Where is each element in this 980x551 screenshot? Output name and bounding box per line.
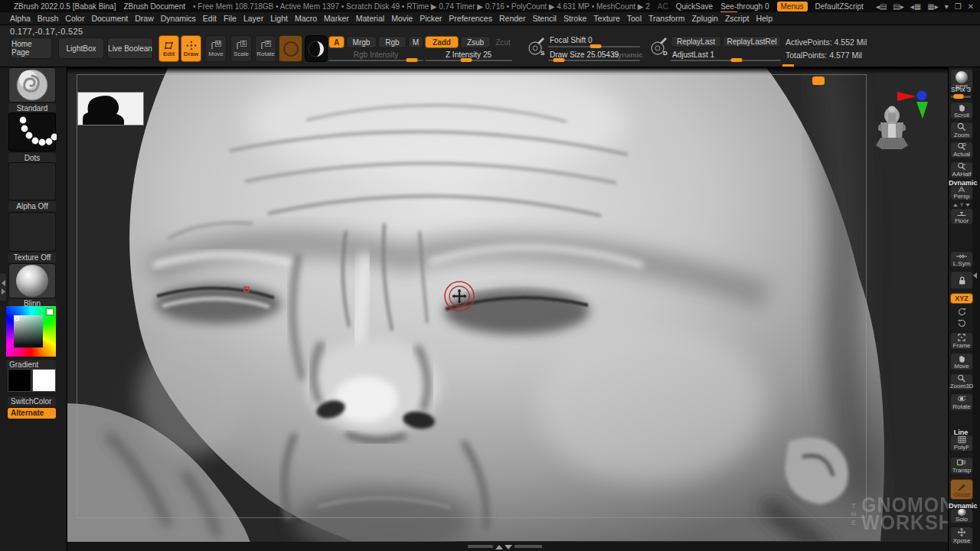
actual-button[interactable]: Actual [950, 142, 973, 158]
menu-draw[interactable]: Draw [135, 14, 154, 23]
texture-thumbnail[interactable] [8, 212, 56, 252]
menu-preferences[interactable]: Preferences [449, 14, 492, 23]
persp-button[interactable]: Persp [950, 185, 973, 201]
stroke-settings-icon-button[interactable]: S [527, 35, 546, 62]
tray-open-arrow-icon[interactable] [495, 545, 503, 549]
switch-color-button[interactable]: SwitchColor [8, 396, 56, 406]
menu-light[interactable]: Light [270, 14, 288, 23]
rotate-y-button[interactable] [950, 306, 973, 316]
left-palette-toggle-icon[interactable]: ◂▦ [910, 2, 921, 11]
adjust-last-slider[interactable]: AdjustLast 1 [671, 51, 781, 62]
restore-icon[interactable]: ❐ [955, 2, 962, 11]
lightbox-button[interactable]: LightBox [58, 37, 104, 59]
right-tray-edge[interactable] [972, 67, 980, 551]
current-brush-well[interactable] [279, 35, 302, 62]
a-toggle-button[interactable]: A [328, 36, 345, 48]
slider-handle[interactable] [460, 58, 472, 62]
move-3d-button[interactable]: Move [950, 353, 973, 370]
right-tray-toggle-icon[interactable]: ▤▸ [893, 2, 903, 11]
menu-marker[interactable]: Marker [324, 14, 349, 23]
ghost-button[interactable]: Ghost [950, 479, 973, 500]
menu-color[interactable]: Color [65, 14, 84, 23]
lsym-button[interactable]: L.Sym [950, 251, 973, 268]
stroke-type-thumbnail[interactable] [8, 112, 56, 152]
move-button[interactable]: M Move [205, 35, 227, 62]
see-through-slider[interactable]: See-through 0 [720, 2, 769, 11]
menu-layer[interactable]: Layer [243, 14, 263, 23]
tray-resize-handle[interactable] [0, 273, 6, 301]
menu-brush[interactable]: Brush [38, 14, 58, 23]
replay-settings-icon-button[interactable]: D [649, 35, 668, 62]
menu-alpha[interactable]: Alpha [10, 14, 31, 23]
home-page-button[interactable]: Home Page [11, 37, 52, 59]
slider-handle[interactable] [407, 58, 418, 62]
main-color-swatch[interactable] [8, 369, 31, 392]
xyz-button[interactable]: XYZ [950, 293, 973, 304]
left-tray-toggle-icon[interactable]: ◂▤ [876, 2, 887, 11]
menu-tool[interactable]: Tool [627, 14, 642, 23]
menu-dynamics[interactable]: Dynamics [161, 14, 196, 23]
menu-stencil[interactable]: Stencil [532, 14, 557, 23]
shelf-divider-handle[interactable] [782, 64, 794, 67]
close-icon[interactable]: ✕ [968, 2, 974, 11]
draw-button[interactable]: Draw [181, 35, 201, 62]
minimize-icon[interactable]: ▾ [945, 2, 949, 11]
zadd-button[interactable]: Zadd [425, 36, 459, 48]
tray-close-arrow-icon[interactable] [505, 545, 512, 549]
mrgb-button[interactable]: Mrgb [346, 36, 377, 48]
canvas-divider-handle[interactable] [812, 77, 825, 85]
menu-movie[interactable]: Movie [391, 14, 413, 23]
solo-button[interactable]: Solo [950, 508, 973, 523]
floor-axis-toggles[interactable]: Y [950, 202, 973, 207]
zoom-button[interactable]: Zoom [950, 122, 973, 139]
frame-button[interactable]: Frame [950, 332, 973, 350]
menu-material[interactable]: Material [356, 14, 384, 23]
current-material-well[interactable] [305, 35, 328, 62]
menu-help[interactable]: Help [756, 14, 773, 23]
menu-zplugin[interactable]: Zplugin [691, 14, 717, 23]
standard-brush-thumbnail[interactable] [8, 67, 56, 103]
color-picker-sv-square[interactable] [14, 315, 43, 347]
material-thumbnail[interactable] [8, 263, 56, 298]
aahalf-button[interactable]: AAHalf [950, 161, 973, 178]
default-zscript-button[interactable]: DefaultZScript [815, 2, 864, 11]
menu-transform[interactable]: Transform [648, 14, 684, 23]
bottom-tray-divider[interactable] [67, 543, 948, 551]
secondary-color-swatch[interactable] [32, 369, 56, 392]
document-canvas[interactable]: THE GNOMON WORKSHOP [67, 67, 948, 551]
menu-render[interactable]: Render [499, 14, 525, 23]
lock-camera-button[interactable] [950, 271, 973, 289]
edit-button[interactable]: Edit [158, 35, 179, 62]
rgb-intensity-slider[interactable]: Rgb Intensity [328, 51, 423, 62]
rgb-button[interactable]: Rgb [378, 36, 407, 48]
color-picker[interactable] [6, 306, 56, 357]
zoom3d-button[interactable]: Zoom3D [950, 373, 973, 390]
menu-stroke[interactable]: Stroke [564, 14, 586, 23]
zsub-button[interactable]: Zsub [460, 36, 491, 48]
slider-handle[interactable] [954, 94, 964, 99]
menu-texture[interactable]: Texture [593, 14, 619, 23]
menu-zscript[interactable]: Zscript [725, 14, 750, 23]
floor-button[interactable]: Floor [950, 208, 973, 225]
tray-collapse-arrow-icon[interactable] [973, 272, 977, 279]
zcut-button[interactable]: Zcut [492, 36, 514, 48]
xpose-button[interactable]: Xpose [950, 527, 973, 545]
rotate-3d-button[interactable]: Rotate [950, 393, 973, 411]
alternate-button[interactable]: Alternate [8, 408, 56, 419]
camera-bust-gizmo[interactable] [873, 106, 911, 150]
quicksave-button[interactable]: QuickSave [676, 2, 713, 11]
menu-file[interactable]: File [224, 14, 237, 23]
alpha-thumbnail[interactable] [8, 162, 56, 201]
m-button[interactable]: M [408, 36, 423, 48]
replay-last-rel-button[interactable]: ReplayLastRel [723, 36, 781, 47]
menu-edit[interactable]: Edit [203, 14, 217, 23]
slider-handle[interactable] [554, 58, 565, 62]
live-boolean-button[interactable]: Live Boolean [107, 37, 153, 59]
scroll-button[interactable]: Scroll [950, 102, 973, 119]
rotate-z-button[interactable] [950, 318, 973, 328]
sculpted-head[interactable] [129, 67, 884, 551]
menus-button[interactable]: Menus [777, 2, 808, 11]
menu-document[interactable]: Document [91, 14, 128, 23]
slider-handle[interactable] [731, 58, 743, 62]
rotate-button[interactable]: R Rotate [255, 35, 276, 62]
